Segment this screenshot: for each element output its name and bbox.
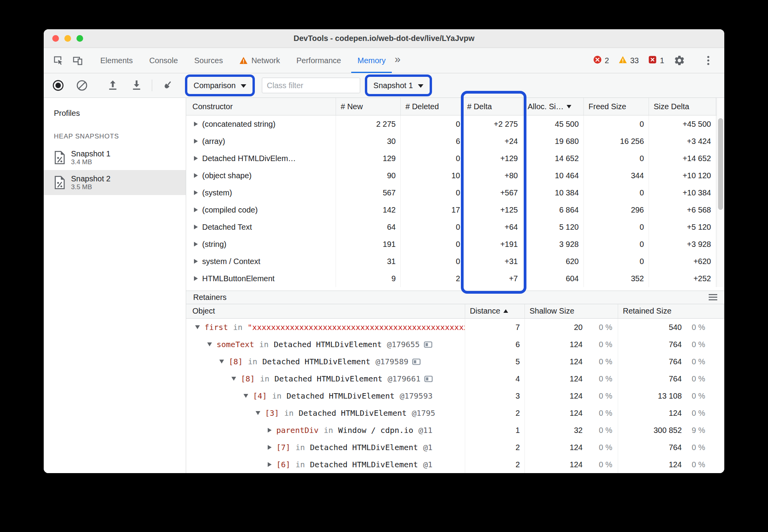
constructor-name: HTMLButtonElement [202,274,275,283]
collect-garbage-broom-icon[interactable] [162,79,173,92]
expand-arrow-icon[interactable] [231,377,236,381]
retainer-row[interactable]: someTextinDetached HTMLDivElement@179655… [186,336,724,353]
heap-snapshot-document-icon [54,151,66,165]
expand-arrow-icon[interactable] [194,156,198,161]
constructor-row[interactable]: Detached HTMLDivElem…1290+12914 6520+14 … [186,150,724,167]
constructor-row[interactable]: HTMLButtonElement92+7604352+252 [186,270,724,287]
vertical-scrollbar[interactable] [716,98,724,287]
expand-arrow-icon[interactable] [194,122,198,126]
expand-arrow-icon[interactable] [244,394,248,398]
column-header-deleted[interactable]: # Deleted [401,98,462,115]
constructor-row[interactable]: (array)306+2419 68016 256+3 424 [186,133,724,150]
column-header-delta[interactable]: # Delta [462,98,523,115]
expand-arrow-icon[interactable] [219,360,224,364]
save-profile-icon[interactable] [131,79,142,92]
column-header-size-delta[interactable]: Size Delta [649,98,716,115]
retainer-row[interactable]: firstin"xxxxxxxxxxxxxxxxxxxxxxxxxxxxxxxx… [186,319,724,336]
close-window-button[interactable] [52,35,59,42]
cell-delta: +31 [462,253,523,270]
retainer-row[interactable]: parentDivinWindow / cdpn.io@111320 %300 … [186,422,724,439]
console-warnings-badge[interactable]: 33 [619,56,639,66]
base-snapshot-dropdown[interactable]: Snapshot 1 [368,78,428,93]
snapshot-text: Snapshot 23.5 MB [71,174,110,191]
perspective-dropdown[interactable]: Comparison [188,78,251,93]
expand-arrow-icon[interactable] [268,445,272,450]
retainer-row[interactable]: [3]inDetached HTMLDivElement@179521240 %… [186,404,724,422]
cell-alloc: 5 120 [523,218,584,236]
constructor-row[interactable]: Detached Text640+645 1200+5 120 [186,218,724,236]
record-heap-snapshot-icon[interactable] [52,79,64,92]
cell-shallow-size: 1240 % [525,353,618,370]
expand-arrow-icon[interactable] [268,428,272,433]
constructor-name-cell: (string) [186,236,336,253]
column-header-object[interactable]: Object [186,304,465,318]
expand-arrow-icon[interactable] [195,325,200,329]
constructor-row[interactable]: (concatenated string)2 2750+2 27545 5000… [186,115,724,133]
column-header-shallow-size[interactable]: Shallow Size [525,304,618,318]
column-header-retained-size[interactable]: Retained Size [618,304,724,318]
retainer-row[interactable]: [8]inDetached HTMLDivElement@17966141240… [186,370,724,387]
constructor-row[interactable]: (system)5670+56710 3840+10 384 [186,184,724,201]
issues-badge[interactable]: 1 [648,55,664,66]
sort-arrow-icon [503,309,508,313]
tab-elements[interactable]: Elements [92,48,141,73]
column-header-constructor[interactable]: Constructor [186,98,336,115]
expand-arrow-icon[interactable] [194,225,198,229]
expand-arrow-icon[interactable] [194,190,198,195]
expand-arrow-icon[interactable] [194,139,198,144]
tab-network[interactable]: Network [231,48,288,73]
device-toolbar-icon[interactable] [72,54,84,67]
zoom-window-button[interactable] [76,35,83,42]
clear-profiles-icon[interactable] [76,79,88,92]
more-tabs-chevron[interactable]: » [395,53,400,68]
column-header-freed-size[interactable]: Freed Size [584,98,649,115]
tab-performance[interactable]: Performance [288,48,350,73]
devtools-window: DevTools - codepen.io/web-dot-dev/live/L… [44,29,724,473]
shallow-size-value: 124 [525,443,583,452]
tab-console[interactable]: Console [141,48,186,73]
expand-arrow-icon[interactable] [194,173,198,178]
cell-deleted: 0 [401,184,462,201]
cell-delta: +64 [462,218,523,236]
retainer-row[interactable]: [6]inDetached HTMLDivElement@121240 %124… [186,456,724,473]
retainer-row[interactable]: [4]inDetached HTMLDivElement@17959331240… [186,387,724,404]
scrollbar-thumb[interactable] [718,118,723,210]
heap-comparison-main: Constructor# New# Deleted# DeltaAlloc. S… [186,98,724,473]
snapshot-item-snapshot-2[interactable]: Snapshot 23.5 MB [44,170,186,195]
reveal-element-icon[interactable] [424,341,432,348]
snapshot-item-snapshot-1[interactable]: Snapshot 13.4 MB [44,145,186,170]
expand-arrow-icon[interactable] [194,207,198,212]
console-errors-badge[interactable]: 2 [593,55,609,66]
settings-gear-icon[interactable] [674,54,685,67]
constructor-row[interactable]: system / Context310+316200+620 [186,253,724,270]
constructor-row[interactable]: (compiled code)14217+1256 864296+6 568 [186,201,724,218]
load-profile-icon[interactable] [107,79,119,92]
retainer-target: Detached HTMLDivElement [274,340,382,349]
column-header-alloc-si[interactable]: Alloc. Si… [523,98,584,115]
column-header-new[interactable]: # New [336,98,401,115]
retainer-row[interactable]: [8]inDetached HTMLDivElement@17958951240… [186,353,724,370]
object-cell: someTextinDetached HTMLDivElement@179655 [186,336,465,353]
expand-arrow-icon[interactable] [268,462,272,467]
expand-arrow-icon[interactable] [194,259,198,264]
shallow-size-percent: 0 % [583,409,618,418]
column-header-distance[interactable]: Distance [465,304,525,318]
reveal-element-icon[interactable] [412,358,421,365]
expand-arrow-icon[interactable] [256,411,260,415]
inspect-element-icon[interactable] [52,54,64,67]
hamburger-menu-icon[interactable] [709,294,717,301]
kebab-menu-icon[interactable] [702,54,714,67]
tab-sources[interactable]: Sources [186,48,231,73]
expand-arrow-icon[interactable] [194,242,198,246]
class-filter-input[interactable] [262,78,360,93]
retainer-row[interactable]: [7]inDetached HTMLDivElement@121240 %764… [186,439,724,456]
minimize-window-button[interactable] [64,35,71,42]
expand-arrow-icon[interactable] [194,276,198,281]
constructor-row[interactable]: (object shape)9010+8010 464344+10 120 [186,167,724,184]
tab-memory[interactable]: Memory [349,48,394,73]
shallow-size-percent: 0 % [583,460,618,469]
expand-arrow-icon[interactable] [207,342,212,346]
constructor-row[interactable]: (string)1910+1913 9280+3 928 [186,236,724,253]
cell-freed: 296 [584,201,649,218]
reveal-element-icon[interactable] [424,376,433,382]
